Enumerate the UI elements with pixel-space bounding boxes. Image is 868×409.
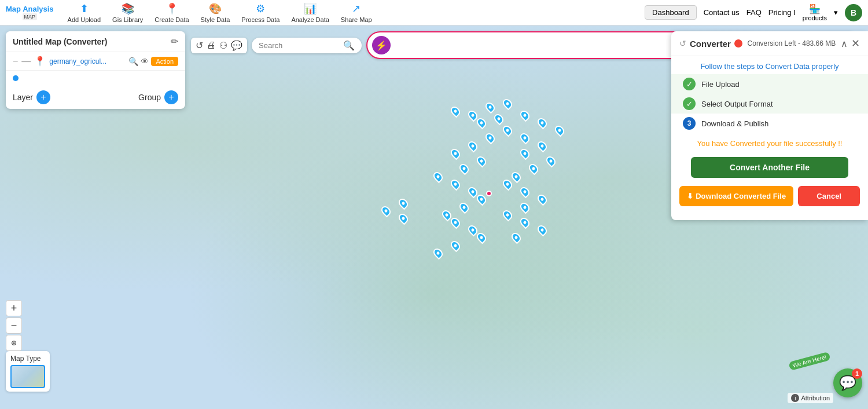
nav-process-data[interactable]: ⚙ Process Data xyxy=(238,1,283,24)
download-icon: ⬇ xyxy=(687,192,693,200)
layer-link[interactable]: germany_ogricul... xyxy=(49,57,125,65)
map-marker xyxy=(475,155,488,168)
map-marker xyxy=(536,139,549,152)
minus-icon[interactable]: − xyxy=(13,56,18,67)
faq-link[interactable]: FAQ xyxy=(746,8,762,17)
layers-icon[interactable]: ⚇ xyxy=(219,40,227,51)
pricing-link[interactable]: Pricing I xyxy=(768,8,796,17)
nav-right: Dashboard Contact us FAQ Pricing I 🏪 pro… xyxy=(645,3,862,21)
nav-style-data[interactable]: 🎨 Style Data xyxy=(197,1,234,24)
brand-title: Map Analysis xyxy=(6,5,54,13)
nav-brand: Map Analysis MAP xyxy=(6,5,54,20)
map-marker xyxy=(536,193,549,206)
contact-link[interactable]: Contact us xyxy=(704,8,740,17)
dash-icon[interactable]: — xyxy=(21,56,31,67)
analyze-data-icon: 📊 xyxy=(304,2,317,15)
map-marker xyxy=(518,108,532,122)
attribution-info-icon: i xyxy=(791,394,799,402)
nav-share-map[interactable]: ↗ Share Map xyxy=(337,1,376,24)
nav-add-upload[interactable]: ⬆ Add Upload xyxy=(64,1,105,24)
map-marker xyxy=(475,231,488,244)
map-marker xyxy=(475,193,488,206)
style-data-icon: 🎨 xyxy=(209,2,222,15)
search-bar: 🔍 xyxy=(252,38,362,53)
close-panel-icon[interactable]: ✕ xyxy=(851,37,860,50)
map-marker xyxy=(432,170,445,183)
top-nav: Map Analysis MAP ⬆ Add Upload 📚 Gis Libr… xyxy=(0,0,868,25)
map-marker xyxy=(449,216,462,229)
right-panel-header: ↺ Converter Conversion Left - 483.66 MB … xyxy=(671,31,868,56)
map-marker xyxy=(466,224,480,237)
map-type-thumbnail[interactable] xyxy=(10,365,45,388)
step-2-row: ✓ Select Output Format xyxy=(671,94,868,114)
map-marker xyxy=(397,197,410,210)
zoom-controls: + − ⊕ xyxy=(6,300,22,351)
edit-icon[interactable]: ✏ xyxy=(171,36,178,47)
nav-gis-library-label: Gis Library xyxy=(112,16,143,23)
eye-icon[interactable]: 👁 xyxy=(141,57,149,66)
panel-header-actions: ∧ ✕ xyxy=(841,37,860,50)
chat-badge: 1 xyxy=(852,368,862,379)
dropdown-icon[interactable]: ▾ xyxy=(834,8,838,17)
group-section: Group + xyxy=(138,90,178,104)
map-marker xyxy=(510,231,523,244)
chat-button[interactable]: 💬 1 xyxy=(833,368,862,397)
location-row xyxy=(6,71,185,86)
map-marker xyxy=(527,162,540,176)
search-input[interactable] xyxy=(259,41,340,50)
nav-analyze-data[interactable]: 📊 Analyze Data xyxy=(288,1,332,24)
map-marker xyxy=(449,147,462,160)
map-marker xyxy=(449,177,462,191)
print-icon[interactable]: 🖨 xyxy=(207,40,216,50)
user-avatar[interactable]: B xyxy=(845,4,862,21)
map-marker xyxy=(458,200,471,214)
map-type-panel[interactable]: Map Type xyxy=(6,351,50,392)
add-group-button[interactable]: + xyxy=(164,90,178,104)
converter-label: Converter xyxy=(690,39,731,49)
action-button[interactable]: Action xyxy=(151,57,178,66)
zoom-out-button[interactable]: − xyxy=(6,317,22,334)
step-1-check: ✓ xyxy=(683,78,696,90)
success-message: You have Converted your file successfull… xyxy=(671,133,868,154)
nav-products[interactable]: 🏪 products xyxy=(803,3,827,21)
cancel-button[interactable]: Cancel xyxy=(798,186,860,206)
step-2-label: Select Output Format xyxy=(701,100,773,108)
step-2-check: ✓ xyxy=(683,97,696,110)
products-icon: 🏪 xyxy=(809,3,821,14)
nav-create-data[interactable]: 📍 Create Data xyxy=(151,1,192,24)
dashboard-button[interactable]: Dashboard xyxy=(645,5,697,20)
brand-sub: MAP xyxy=(23,13,38,20)
map-marker xyxy=(545,155,558,168)
map-marker xyxy=(518,216,532,229)
gis-library-icon: 📚 xyxy=(122,2,134,15)
chevron-up-icon[interactable]: ∧ xyxy=(841,38,848,49)
map-marker xyxy=(484,101,497,114)
converter-title-section: ↺ Converter xyxy=(679,39,742,49)
comment-icon[interactable]: 💬 xyxy=(231,40,242,51)
map-marker xyxy=(432,247,445,260)
map-marker xyxy=(553,124,567,137)
map-marker xyxy=(380,204,393,218)
add-layer-button[interactable]: + xyxy=(36,90,50,104)
refresh-small-icon: ↺ xyxy=(679,39,686,48)
products-label: products xyxy=(803,14,827,21)
right-panel: ↺ Converter Conversion Left - 483.66 MB … xyxy=(671,31,868,220)
attribution[interactable]: i Attribution xyxy=(788,393,833,403)
map-marker xyxy=(536,224,549,237)
map-marker xyxy=(492,112,506,126)
zoom-in-button[interactable]: + xyxy=(6,300,22,316)
map-marker xyxy=(466,108,480,122)
lightning-button[interactable]: ⚡ xyxy=(372,36,391,54)
zoom-reset-button[interactable]: ⊕ xyxy=(6,335,22,351)
search-icon[interactable]: 🔍 xyxy=(343,40,355,51)
steps-subtitle: Follow the steps to Convert Data properl… xyxy=(671,56,868,74)
nav-analyze-data-label: Analyze Data xyxy=(291,16,329,23)
nav-gis-library[interactable]: 📚 Gis Library xyxy=(109,1,146,24)
download-button[interactable]: ⬇ Download Converted File xyxy=(679,186,793,206)
refresh-icon[interactable]: ↺ xyxy=(196,40,203,51)
map-marker xyxy=(475,116,488,130)
convert-another-button[interactable]: Convert Another File xyxy=(691,157,848,178)
map-marker xyxy=(501,124,514,137)
zoom-icon[interactable]: 🔍 xyxy=(128,57,138,66)
map-marker xyxy=(518,200,532,214)
